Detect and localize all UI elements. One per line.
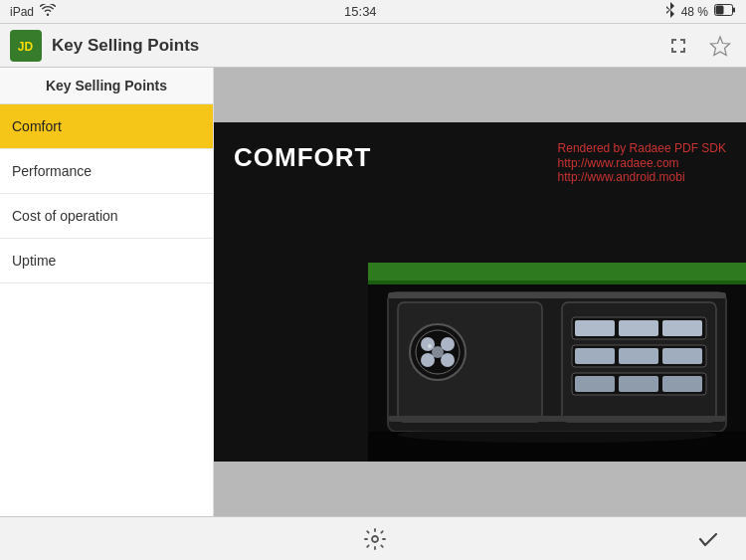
status-bar: iPad 15:34 48 % — [0, 0, 746, 24]
svg-rect-21 — [619, 320, 658, 336]
settings-button[interactable] — [357, 521, 393, 557]
headlight-image — [368, 263, 746, 462]
nav-bar: JD Key Selling Points — [0, 24, 746, 68]
sidebar-item-cost-of-operation[interactable]: Cost of operation — [0, 194, 213, 239]
svg-rect-22 — [662, 320, 702, 336]
battery-icon — [714, 4, 736, 19]
svg-rect-24 — [575, 348, 615, 364]
svg-rect-26 — [662, 348, 702, 364]
svg-point-35 — [372, 536, 378, 542]
svg-point-17 — [428, 344, 432, 348]
svg-text:JD: JD — [18, 40, 34, 54]
svg-rect-20 — [575, 320, 615, 336]
pdf-dark-section: COMFORT Rendered by Radaee PDF SDK http:… — [214, 122, 746, 462]
svg-point-16 — [432, 346, 444, 358]
svg-rect-28 — [575, 376, 615, 392]
watermark-link2[interactable]: http://www.android.mobi — [558, 170, 726, 184]
expand-button[interactable] — [662, 30, 694, 62]
watermark-line1: Rendered by Radaee PDF SDK — [558, 141, 726, 155]
check-button[interactable] — [690, 521, 726, 557]
jd-logo: JD — [10, 30, 42, 62]
sidebar-item-comfort[interactable]: Comfort — [0, 104, 213, 149]
pdf-page: COMFORT Rendered by Radaee PDF SDK http:… — [214, 68, 746, 516]
bottom-bar — [0, 516, 746, 560]
svg-rect-32 — [388, 416, 726, 422]
svg-point-34 — [398, 427, 716, 443]
svg-rect-25 — [619, 348, 658, 364]
svg-rect-29 — [619, 376, 658, 392]
watermark-link1[interactable]: http://www.radaee.com — [558, 156, 726, 170]
nav-title: Key Selling Points — [52, 36, 653, 56]
svg-rect-7 — [368, 280, 746, 284]
sidebar-item-uptime[interactable]: Uptime — [0, 239, 213, 283]
sidebar-item-performance[interactable]: Performance — [0, 149, 213, 194]
bluetooth-icon — [665, 2, 675, 21]
svg-rect-30 — [662, 376, 702, 392]
wifi-icon — [40, 4, 56, 19]
sidebar: Key Selling Points Comfort Performance C… — [0, 68, 214, 516]
svg-rect-1 — [716, 6, 724, 15]
pdf-top-margin — [214, 68, 746, 122]
pdf-bottom-margin — [214, 462, 746, 516]
svg-rect-31 — [388, 292, 726, 298]
sidebar-header: Key Selling Points — [0, 68, 213, 104]
content-area: COMFORT Rendered by Radaee PDF SDK http:… — [214, 68, 746, 516]
battery-label: 48 % — [681, 5, 708, 19]
watermark: Rendered by Radaee PDF SDK http://www.ra… — [558, 138, 726, 184]
main-layout: Key Selling Points Comfort Performance C… — [0, 68, 746, 516]
ipad-label: iPad — [10, 5, 34, 19]
star-button[interactable] — [704, 30, 736, 62]
svg-rect-6 — [368, 263, 746, 280]
svg-rect-2 — [733, 8, 735, 13]
comfort-title: COMFORT — [234, 142, 371, 173]
clock: 15:34 — [344, 4, 377, 19]
